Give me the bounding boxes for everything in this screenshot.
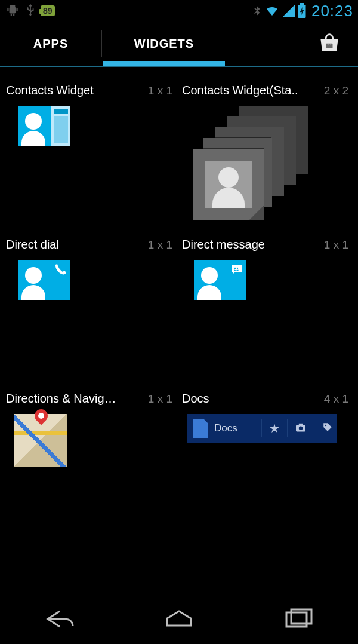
svg-point-17 (325, 424, 326, 425)
direct-dial-preview (18, 260, 70, 300)
contacts-widget-preview (18, 106, 70, 146)
tabs-row: APPS WIDGETS (0, 22, 358, 66)
widget-title: Docs (182, 392, 209, 406)
play-store-button[interactable] (316, 29, 351, 58)
signal-icon (282, 4, 296, 18)
usb-icon (24, 2, 37, 20)
widget-dim: 2 x 2 (324, 84, 348, 97)
directions-preview (14, 414, 67, 467)
status-bar: 89 20:23 (0, 0, 358, 22)
star-icon: ★ (266, 421, 283, 436)
widget-grid: Contacts Widget 1 x 1 Contacts Widget(St… (0, 67, 358, 529)
status-right: 20:23 (252, 2, 353, 20)
tag-icon (318, 422, 337, 436)
docs-preview: Docs ★ (187, 414, 337, 443)
wifi-icon (264, 4, 280, 18)
widget-title: Contacts Widget (6, 84, 94, 97)
widget-dim: 4 x 1 (324, 392, 348, 406)
svg-rect-16 (299, 423, 303, 425)
tab-apps[interactable]: APPS (0, 22, 101, 66)
widget-direct-dial[interactable]: Direct dial 1 x 1 (6, 238, 176, 375)
svg-point-11 (330, 44, 331, 45)
svg-rect-4 (17, 8, 18, 12)
widget-title: Contacts Widget(Sta.. (182, 84, 298, 97)
widget-direct-message[interactable]: Direct message 1 x 1 (182, 238, 352, 375)
widget-title: Direct dial (6, 238, 59, 252)
widget-dim: 1 x 1 (148, 392, 172, 406)
tab-widgets[interactable]: WIDGETS (102, 22, 226, 66)
contacts-stack-preview (193, 106, 318, 225)
recents-button[interactable] (271, 603, 325, 635)
bluetooth-icon (252, 4, 263, 18)
svg-rect-8 (300, 3, 304, 5)
svg-rect-5 (11, 14, 12, 16)
svg-point-10 (328, 44, 329, 45)
widget-dim: 1 x 1 (324, 238, 348, 252)
back-button[interactable] (33, 603, 87, 635)
status-left: 89 (5, 2, 55, 20)
svg-point-12 (234, 268, 236, 269)
battery-charging-icon (297, 3, 307, 19)
phone-icon (54, 262, 68, 279)
battery-badge: 89 (41, 5, 55, 16)
status-time: 20:23 (311, 2, 353, 20)
widget-dim: 1 x 1 (148, 238, 172, 252)
docs-file-icon (193, 419, 208, 438)
widget-title: Directions & Navigati.. (6, 392, 122, 406)
widget-contacts[interactable]: Contacts Widget 1 x 1 (6, 84, 176, 221)
svg-rect-9 (326, 44, 333, 48)
svg-rect-3 (7, 8, 8, 12)
svg-point-13 (237, 268, 238, 269)
navigation-bar (0, 593, 358, 644)
widget-docs[interactable]: Docs 4 x 1 Docs ★ (182, 392, 352, 529)
message-icon (229, 262, 245, 279)
home-button[interactable] (152, 603, 206, 635)
widget-contacts-stack[interactable]: Contacts Widget(Sta.. 2 x 2 (182, 84, 352, 221)
widget-dim: 1 x 1 (148, 84, 172, 97)
map-pin-icon (32, 406, 50, 425)
widget-directions[interactable]: Directions & Navigati.. 1 x 1 (6, 392, 176, 529)
docs-label: Docs (214, 422, 237, 434)
direct-message-preview (194, 260, 246, 300)
android-debug-icon (5, 2, 20, 20)
widget-title: Direct message (182, 238, 265, 252)
svg-point-15 (299, 426, 303, 430)
svg-rect-0 (10, 7, 16, 14)
camera-icon (291, 422, 310, 436)
svg-rect-6 (13, 14, 14, 16)
